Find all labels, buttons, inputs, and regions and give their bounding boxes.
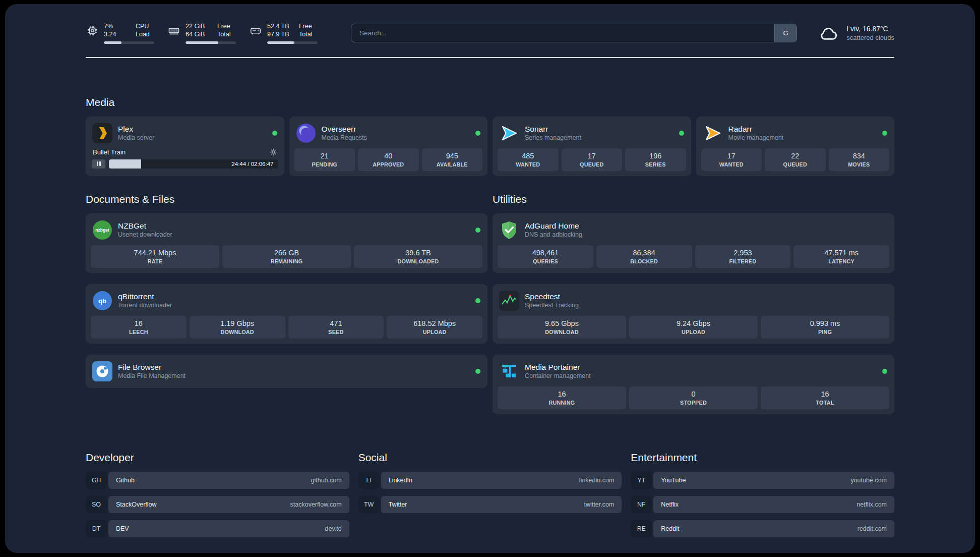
disk-total-value: 97.9 TB [267, 30, 291, 38]
bookmark-abbr: NF [631, 496, 652, 513]
memory-free-value: 22 GiB [186, 22, 209, 30]
service-link-plex[interactable]: Plex Media server [91, 122, 279, 148]
plex-icon [92, 123, 112, 143]
stat-value: 16 [93, 319, 185, 327]
status-dot [882, 131, 887, 136]
memory-total-value: 64 GiB [186, 30, 209, 38]
service-name: Speedtest [525, 292, 579, 301]
memory-widget: 22 GiB 64 GiB Free Total [167, 22, 236, 44]
stat-label: UPLOAD [631, 329, 756, 335]
bookmark-group-title: Developer [86, 452, 349, 464]
stat-label: WANTED [500, 161, 557, 168]
section-title-media: Media [86, 96, 894, 108]
service-name: Radarr [728, 125, 784, 134]
bookmark-name: DEV [116, 525, 129, 532]
stat-label: PING [763, 329, 887, 335]
stat-box: 196SERIES [625, 148, 686, 171]
qbittorrent-icon: qb [92, 291, 112, 311]
stat-label: UPLOAD [389, 329, 480, 335]
stat-box: 744.21 MbpsRATE [91, 245, 219, 268]
bookmark-url: reddit.com [858, 525, 887, 532]
bookmark-linkedin[interactable]: LI LinkedInlinkedin.com [358, 472, 622, 489]
bookmark-github[interactable]: GH Githubgithub.com [86, 472, 349, 489]
widget-settings-button[interactable] [270, 148, 277, 156]
bookmark-twitter[interactable]: TW Twittertwitter.com [358, 496, 622, 513]
stat-value: 16 [763, 390, 887, 398]
stat-box: 834MOVIES [829, 148, 890, 171]
search-input[interactable] [351, 24, 797, 42]
cpu-widget: 7% 3.24 CPU Load [86, 22, 154, 44]
service-description: Media server [118, 134, 154, 141]
service-link-filebrowser[interactable]: File Browser Media File Management [91, 360, 482, 383]
bookmark-reddit[interactable]: RE Redditreddit.com [631, 520, 894, 537]
weather-condition: scattered clouds [846, 34, 894, 41]
service-link-sonarr[interactable]: Sonarr Series management [498, 122, 686, 148]
section-documents: Documents & Files nzbget NZBGet Usenet d… [86, 193, 487, 414]
disk-free-label: Free [299, 22, 312, 30]
service-description: Media Requests [322, 134, 367, 141]
filebrowser-icon [92, 361, 112, 381]
stat-value: 9.65 Gbps [500, 319, 624, 327]
stat-label: RATE [93, 258, 217, 264]
bookmark-name: YouTube [661, 477, 686, 484]
card-portainer: Media Portainer Container management 16R… [493, 355, 894, 414]
playback-progress-bar: 24:44 / 02:06:47 [109, 159, 278, 169]
service-link-qbittorrent[interactable]: qb qBittorrent Torrent downloader [91, 289, 482, 316]
bookmark-netflix[interactable]: NF Netflixnetflix.com [631, 496, 894, 513]
stat-value: 17 [564, 152, 621, 160]
pause-button[interactable] [92, 159, 105, 169]
stat-value: 0.993 ms [763, 319, 887, 327]
nzbget-icon: nzbget [92, 220, 112, 240]
service-link-adguard[interactable]: AdGuard Home DNS and adblocking [498, 218, 889, 245]
stat-label: QUEUED [564, 161, 621, 168]
stat-value: 618.52 Mbps [389, 319, 480, 327]
section-utilities: Utilities AdGuard Home DNS and adblockin… [493, 193, 894, 414]
bookmark-url: youtube.com [850, 477, 887, 484]
stat-box: 1.19 GbpsDOWNLOAD [190, 316, 285, 339]
stat-box: 2,953FILTERED [695, 245, 791, 268]
stat-box: 618.52 MbpsUPLOAD [387, 316, 482, 339]
stat-label: MOVIES [831, 161, 888, 168]
service-link-speedtest[interactable]: Speedtest Speedtest Tracking [498, 289, 889, 316]
cpu-icon [86, 24, 99, 37]
bookmark-name: Netflix [661, 501, 679, 508]
stat-value: 47.571 ms [795, 249, 887, 257]
card-nzbget: nzbget NZBGet Usenet downloader 744.21 M… [86, 213, 487, 273]
card-qbittorrent: qb qBittorrent Torrent downloader 16LEEC… [86, 284, 487, 344]
dashboard-app: 7% 3.24 CPU Load 22 GiB [5, 4, 975, 553]
search-provider-button[interactable]: G [774, 24, 797, 42]
stat-label: DOWNLOADED [356, 258, 480, 264]
stat-label: LEECH [93, 329, 185, 335]
stat-value: 9.24 Gbps [631, 319, 756, 327]
memory-usage-bar [186, 41, 236, 44]
search-box: G [351, 24, 797, 42]
bookmark-youtube[interactable]: YT YouTubeyoutube.com [631, 472, 894, 489]
stat-value: 498,461 [500, 249, 591, 257]
bookmark-group-entertainment: Entertainment YT YouTubeyoutube.com NF N… [631, 452, 894, 537]
stat-label: WANTED [703, 161, 760, 168]
disk-icon [249, 24, 262, 37]
cpu-usage-value: 7% [104, 22, 128, 30]
stat-label: BLOCKED [598, 258, 690, 264]
stat-box: 86,384BLOCKED [596, 245, 692, 268]
service-link-overseerr[interactable]: Overseerr Media Requests [294, 122, 483, 148]
stat-box: 16RUNNING [498, 386, 626, 409]
bookmark-url: netflix.com [856, 501, 887, 508]
bookmark-dev[interactable]: DT DEVdev.to [86, 520, 349, 537]
stat-box: 498,461QUERIES [498, 245, 593, 268]
stat-box: 16TOTAL [761, 386, 889, 409]
service-link-radarr[interactable]: Radarr Movie management [701, 122, 890, 148]
service-name: Sonarr [525, 125, 581, 134]
stat-box: 471SEED [288, 316, 384, 339]
weather-location: Lviv, 16.87°C [846, 25, 894, 33]
stat-value: 17 [703, 152, 760, 160]
service-link-portainer[interactable]: Media Portainer Container management [498, 360, 889, 386]
stat-box: 9.65 GbpsDOWNLOAD [498, 316, 626, 339]
cpu-usage-bar [104, 41, 154, 44]
stat-value: 39.6 TB [356, 249, 480, 257]
cpu-label: CPU [136, 22, 150, 30]
bookmark-stackoverflow[interactable]: SO StackOverflowstackoverflow.com [86, 496, 349, 513]
service-link-nzbget[interactable]: nzbget NZBGet Usenet downloader [91, 218, 482, 245]
stat-value: 21 [296, 152, 353, 160]
card-sonarr: Sonarr Series management 485WANTED 17QUE… [493, 117, 691, 176]
